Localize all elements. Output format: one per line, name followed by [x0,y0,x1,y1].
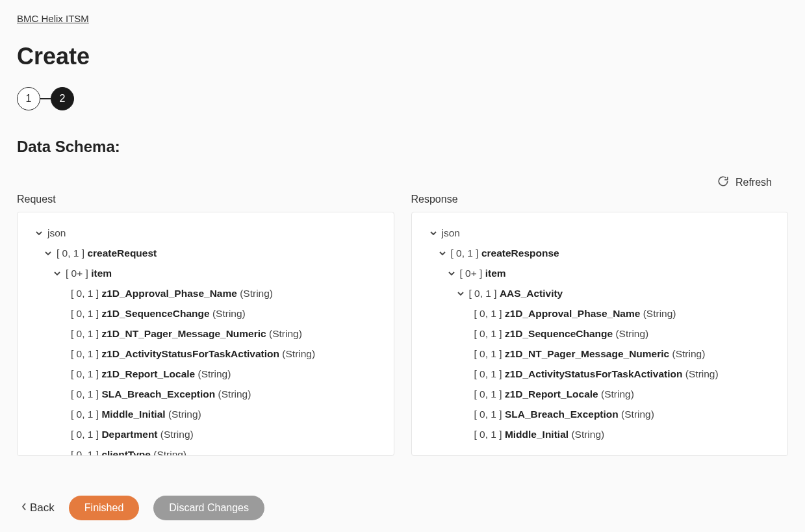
response-label: Response [411,194,789,205]
tree-leaf[interactable]: [ 0, 1 ] z1D_ActivityStatusForTaskActiva… [24,344,387,364]
tree-node-label: json [442,223,460,243]
chevron-down-icon [44,249,53,257]
tree-leaf[interactable]: [ 0, 1 ] z1D_Report_Locale (String) [24,364,387,384]
tree-node-createRequest[interactable]: [ 0, 1 ] createRequest [24,243,387,263]
chevron-down-icon [447,270,456,277]
step-1[interactable]: 1 [17,87,40,110]
tree-leaf[interactable]: [ 0, 1 ] z1D_NT_Pager_Message_Numeric (S… [418,344,782,364]
chevron-down-icon [53,270,62,277]
response-panel: json [ 0, 1 ] createResponse [ 0+ ] item… [411,212,789,456]
tree-leaf-label: [ 0, 1 ] z1D_Approval_Phase_Name (String… [474,303,676,323]
tree-node-label: json [47,223,66,243]
chevron-down-icon [34,229,44,237]
stepper: 1 2 [17,87,788,110]
finished-button[interactable]: Finished [69,496,139,520]
tree-leaf-label: [ 0, 1 ] z1D_NT_Pager_Message_Numeric (S… [71,323,302,344]
tree-leaf[interactable]: [ 0, 1 ] z1D_Approval_Phase_Name (String… [24,283,387,303]
tree-node-card: [ 0, 1 ] createResponse [451,243,559,263]
breadcrumb-link[interactable]: BMC Helix ITSM [17,13,89,24]
refresh-label: Refresh [735,177,772,188]
tree-node-card: [ 0, 1 ] AAS_Activity [469,283,563,303]
tree-leaf-label: [ 0, 1 ] Department (String) [71,424,194,444]
step-2[interactable]: 2 [51,87,74,110]
chevron-down-icon [429,229,438,237]
back-button[interactable]: Back [21,501,55,514]
step-connector [40,98,51,99]
footer-actions: Back Finished Discard Changes [0,496,805,520]
tree-leaf[interactable]: [ 0, 1 ] clientType (String) [24,444,387,456]
breadcrumb: BMC Helix ITSM [17,13,788,25]
tree-leaf[interactable]: [ 0, 1 ] SLA_Breach_Exception (String) [418,404,782,424]
tree-node-card: [ 0, 1 ] createRequest [57,243,157,263]
tree-leaf[interactable]: [ 0, 1 ] Middle_Initial (String) [24,404,387,424]
tree-leaf-label: [ 0, 1 ] z1D_NT_Pager_Message_Numeric (S… [474,344,706,364]
tree-node-aas-activity[interactable]: [ 0, 1 ] AAS_Activity [418,283,782,303]
tree-leaf[interactable]: [ 0, 1 ] z1D_SequenceChange (String) [24,303,387,323]
tree-leaf[interactable]: [ 0, 1 ] z1D_Approval_Phase_Name (String… [418,303,782,323]
page-title: Create [17,43,788,70]
section-title: Data Schema: [17,138,788,156]
tree-leaf-label: [ 0, 1 ] z1D_SequenceChange (String) [71,303,246,323]
tree-leaf[interactable]: [ 0, 1 ] z1D_Report_Locale (String) [418,384,782,404]
refresh-button[interactable]: Refresh [17,175,788,190]
tree-leaf-label: [ 0, 1 ] Middle_Initial (String) [474,424,605,444]
discard-changes-button[interactable]: Discard Changes [153,496,264,520]
tree-leaf[interactable]: [ 0, 1 ] Middle_Initial (String) [418,424,782,444]
tree-leaf-label: [ 0, 1 ] z1D_Approval_Phase_Name (String… [71,283,273,303]
tree-node-item[interactable]: [ 0+ ] item [418,263,782,283]
chevron-left-icon [21,501,27,514]
request-column: Request json [ 0, 1 ] createRequest [ 0+… [17,194,394,456]
tree-node-card: [ 0+ ] item [460,263,506,283]
tree-leaf[interactable]: [ 0, 1 ] z1D_ActivityStatusForTaskActiva… [418,364,782,384]
back-label: Back [30,501,55,514]
tree-node-createResponse[interactable]: [ 0, 1 ] createResponse [418,243,782,263]
tree-leaf-label: [ 0, 1 ] clientType (String) [71,444,186,456]
tree-leaf[interactable]: [ 0, 1 ] Department (String) [24,424,387,444]
tree-leaf-label: [ 0, 1 ] z1D_SequenceChange (String) [474,323,649,344]
request-panel: json [ 0, 1 ] createRequest [ 0+ ] item … [17,212,394,456]
chevron-down-icon [438,249,447,257]
tree-leaf[interactable]: [ 0, 1 ] z1D_SequenceChange (String) [418,323,782,344]
tree-leaf-label: [ 0, 1 ] z1D_ActivityStatusForTaskActiva… [474,364,719,384]
tree-leaf-label: [ 0, 1 ] z1D_Report_Locale (String) [474,384,634,404]
tree-node-json[interactable]: json [418,223,782,243]
tree-leaf-label: [ 0, 1 ] SLA_Breach_Exception (String) [71,384,251,404]
tree-node-card: [ 0+ ] item [66,263,112,283]
tree-leaf[interactable]: [ 0, 1 ] z1D_NT_Pager_Message_Numeric (S… [24,323,387,344]
tree-leaf-label: [ 0, 1 ] Middle_Initial (String) [71,404,201,424]
tree-leaf-label: [ 0, 1 ] SLA_Breach_Exception (String) [474,404,654,424]
tree-leaf-label: [ 0, 1 ] z1D_ActivityStatusForTaskActiva… [71,344,315,364]
tree-leaf-label: [ 0, 1 ] z1D_Report_Locale (String) [71,364,231,384]
chevron-down-icon [456,290,465,298]
tree-leaf[interactable]: [ 0, 1 ] SLA_Breach_Exception (String) [24,384,387,404]
refresh-icon [717,175,729,190]
request-label: Request [17,194,394,205]
tree-node-json[interactable]: json [24,223,387,243]
response-column: Response json [ 0, 1 ] createResponse [ … [411,194,789,456]
tree-node-item[interactable]: [ 0+ ] item [24,263,387,283]
